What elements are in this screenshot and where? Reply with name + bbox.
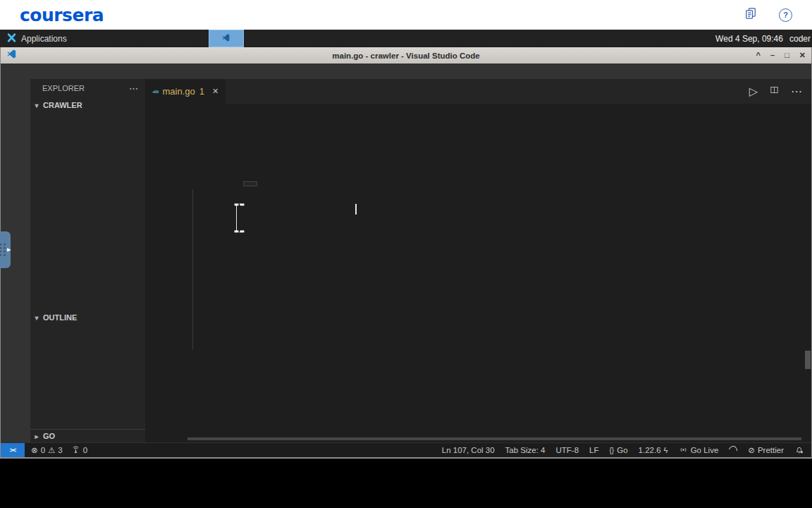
window-title: main.go - crawler - Visual Studio Code: [1, 52, 811, 60]
explorer-more-icon[interactable]: ⋯: [129, 83, 138, 94]
outline-header-label: OUTLINE: [43, 313, 77, 322]
chevron-right-icon: ▸: [32, 433, 41, 440]
error-icon: ⊗: [31, 445, 38, 455]
problems-indicator[interactable]: ⊗ 0 ⚠ 3: [31, 445, 63, 455]
tab-label: main.go: [162, 86, 195, 97]
prettier-status[interactable]: ⊘ Prettier: [748, 445, 784, 455]
window-controls: ^ – □ ✕: [756, 51, 806, 60]
shade-button[interactable]: ^: [756, 51, 761, 60]
go-file-icon: -∞: [152, 87, 158, 95]
tab-main-go[interactable]: -∞ main.go 1 ✕: [145, 79, 226, 104]
maximize-button[interactable]: □: [785, 51, 789, 60]
editor-group: -∞ main.go 1 ✕ ▷ ⋯: [145, 79, 811, 442]
page: coursera ? Applications Wed 4 Sep, 09:46…: [0, 0, 812, 508]
ports-count: 0: [83, 446, 87, 454]
tab-bar: -∞ main.go 1 ✕ ▷ ⋯: [145, 79, 811, 104]
go-live-button[interactable]: Go Live: [679, 445, 719, 456]
broadcast-icon: [679, 445, 688, 456]
mouse-ibeam-pointer: [232, 202, 247, 237]
editor-actions: ▷ ⋯: [749, 79, 811, 104]
folder-name: CRAWLER: [43, 101, 82, 109]
tab-problem-badge: 1: [199, 86, 204, 97]
window-titlebar[interactable]: main.go - crawler - Visual Studio Code ^…: [1, 47, 811, 64]
taskbar-clock-area[interactable]: Wed 4 Sep, 09:46 coder: [715, 30, 812, 47]
remote-indicator[interactable]: ><: [1, 443, 25, 457]
run-button[interactable]: ▷: [749, 85, 758, 98]
spinner-icon: [727, 445, 739, 456]
vscode-window: main.go - crawler - Visual Studio Code ^…: [0, 47, 812, 457]
hover-tooltip: [243, 181, 257, 186]
xfce-logo-icon: [6, 32, 17, 45]
coursera-header: coursera ?: [0, 0, 812, 30]
warning-count: 3: [58, 446, 62, 454]
close-button[interactable]: ✕: [799, 51, 806, 60]
explorer-sidebar: EXPLORER ⋯ ▾ CRAWLER ▾ OUTLINE ▸ GO: [30, 79, 145, 442]
user-label: coder: [789, 34, 811, 44]
chevron-down-icon: ▾: [32, 102, 41, 109]
letterbox-area: [0, 457, 812, 508]
coursera-logo: coursera: [20, 5, 104, 25]
notes-icon[interactable]: [744, 6, 758, 23]
prettier-icon: ⊘: [748, 445, 755, 455]
clock: Wed 4 Sep, 09:46: [715, 34, 783, 44]
code-editor[interactable]: [145, 115, 811, 442]
warning-icon: ⚠: [48, 445, 55, 455]
taskbar-pinned-vscode-button[interactable]: [209, 30, 244, 47]
minimize-button[interactable]: –: [770, 51, 775, 60]
encoding[interactable]: UTF-8: [556, 446, 579, 454]
go-version[interactable]: 1.22.6 ϟ: [639, 446, 668, 454]
tab-size[interactable]: Tab Size: 4: [505, 446, 546, 454]
chevron-down-icon: ▾: [32, 314, 41, 322]
menu-bar: [1, 64, 811, 79]
go-section-header[interactable]: ▸ GO: [30, 429, 145, 442]
tab-close-icon[interactable]: ✕: [212, 87, 219, 96]
indent-guide: [192, 189, 193, 350]
language-mode[interactable]: {} Go: [610, 446, 628, 454]
vscode-body: EXPLORER ⋯ ▾ CRAWLER ▾ OUTLINE ▸ GO: [1, 79, 811, 442]
go-section-label: GO: [43, 432, 55, 440]
ports-indicator[interactable]: 0: [71, 445, 87, 456]
breadcrumbs: [145, 104, 811, 115]
status-bar: >< ⊗ 0 ⚠ 3 0 Ln 107, Col 30 Tab Size: 4 …: [1, 442, 811, 457]
cursor-position[interactable]: Ln 107, Col 30: [442, 446, 495, 454]
braces-icon: {}: [610, 447, 615, 454]
applications-menu[interactable]: Applications: [0, 30, 73, 47]
vertical-scrollbar[interactable]: [805, 351, 811, 369]
text-cursor: [355, 204, 357, 214]
explorer-header: EXPLORER ⋯: [30, 79, 145, 97]
horizontal-scrollbar[interactable]: [187, 437, 801, 440]
split-editor-icon[interactable]: [769, 85, 780, 98]
applications-label: Applications: [21, 34, 67, 44]
go-tools-icon: ϟ: [664, 446, 668, 454]
taskbar: Applications Wed 4 Sep, 09:46 coder: [0, 30, 812, 47]
eol[interactable]: LF: [589, 446, 598, 454]
lab-panel-handle[interactable]: ▶: [0, 231, 11, 268]
help-icon[interactable]: ?: [779, 8, 792, 22]
vscode-icon: [221, 33, 230, 44]
error-count: 0: [41, 446, 45, 454]
notifications-bell-icon[interactable]: [794, 445, 804, 456]
outline-section-header[interactable]: ▾ OUTLINE: [30, 310, 145, 325]
more-actions-icon[interactable]: ⋯: [791, 85, 802, 98]
folder-section-crawler[interactable]: ▾ CRAWLER: [30, 97, 145, 113]
expand-panel-icon: ▶: [7, 247, 11, 253]
explorer-header-label: EXPLORER: [42, 84, 85, 92]
coursera-header-actions: ?: [744, 6, 792, 23]
radio-tower-icon: [71, 445, 80, 456]
